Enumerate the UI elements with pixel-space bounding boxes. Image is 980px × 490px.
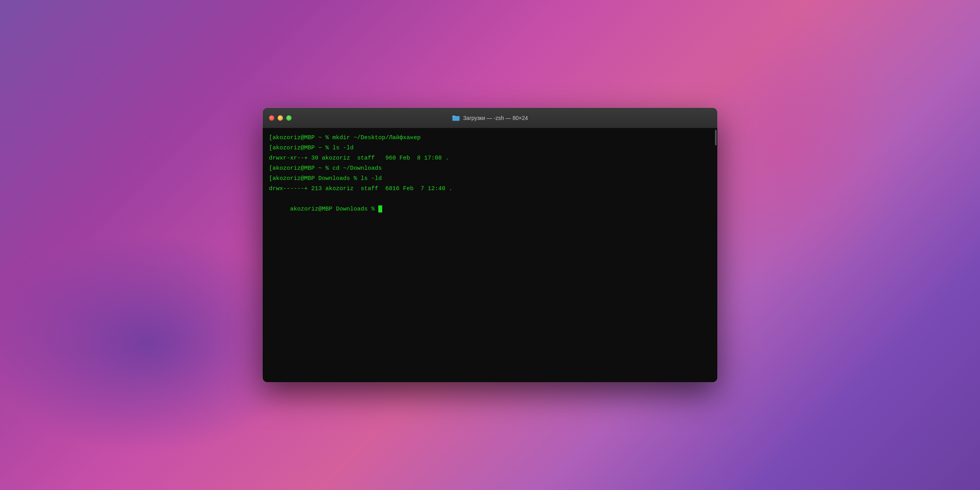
window-title: Загрузки — -zsh — 80×24 — [463, 115, 528, 121]
close-button[interactable] — [269, 115, 274, 121]
window-title-area: Загрузки — -zsh — 80×24 — [452, 115, 528, 121]
terminal-cursor — [378, 205, 382, 212]
terminal-line-2: [akozoriz@MBP ~ % ls -ld — [269, 143, 711, 153]
terminal-window: Загрузки — -zsh — 80×24 [akozoriz@MBP ~ … — [263, 108, 717, 382]
terminal-prompt-line: akozoriz@MBP Downloads % — [269, 194, 711, 225]
folder-icon — [452, 115, 460, 121]
terminal-prompt: akozoriz@MBP Downloads % — [290, 206, 378, 212]
terminal-line-5: [akozoriz@MBP Downloads % ls -ld — [269, 174, 711, 184]
scrollbar-track[interactable] — [714, 128, 717, 382]
minimize-button[interactable] — [278, 115, 283, 121]
terminal-line-1: [akozoriz@MBP ~ % mkdir ~/Desktop/Лайфха… — [269, 133, 711, 143]
terminal-line-3: drwxr-xr--+ 30 akozoriz staff 960 Feb 8 … — [269, 153, 711, 163]
terminal-line-4: [akozoriz@MBP ~ % cd ~/Downloads — [269, 163, 711, 174]
maximize-button[interactable] — [286, 115, 292, 121]
terminal-body[interactable]: [akozoriz@MBP ~ % mkdir ~/Desktop/Лайфха… — [263, 128, 717, 382]
scrollbar-thumb[interactable] — [715, 130, 717, 145]
traffic-lights — [269, 115, 292, 121]
terminal-line-6: drwx------+ 213 akozoriz staff 6816 Feb … — [269, 184, 711, 194]
titlebar: Загрузки — -zsh — 80×24 — [263, 108, 717, 128]
